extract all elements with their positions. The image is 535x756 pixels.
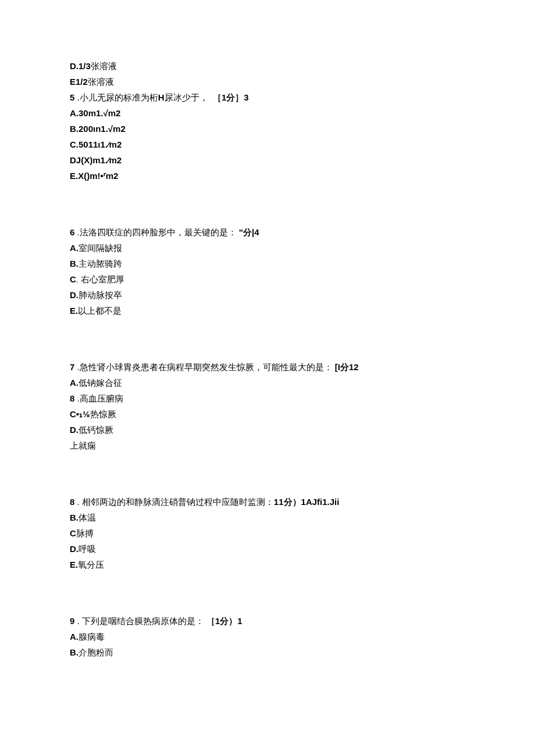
q5-dot: .: [74, 92, 79, 102]
q7-option-d: D.低钙惊厥: [70, 422, 465, 438]
q6-d-text: 肺动脉按卒: [79, 290, 122, 300]
q5-score: ［1分］3: [213, 92, 249, 102]
q8-score: 11分）1AJfi1.Jii: [274, 497, 340, 507]
spacer: [70, 184, 465, 224]
q7-d-text: 低钙惊厥: [79, 425, 113, 435]
q8-c-label: C: [70, 528, 76, 538]
q8-option-b: B.体温: [70, 510, 465, 525]
q8-option-e: E.氧分压: [70, 557, 465, 572]
spacer: [70, 453, 465, 494]
q6-e-label: E.: [70, 306, 78, 316]
q6-option-a: A.室间隔缺报: [70, 240, 465, 256]
q6-b-text: 主动脓骑跨: [79, 259, 122, 268]
q8-e-text: 氧分压: [78, 560, 104, 569]
q9-b-text: 介胞粉而: [79, 647, 113, 657]
q5-text-pre: 小儿无尿的标准为桁: [80, 92, 158, 102]
option-d-text: 张溶液: [91, 61, 117, 71]
q8-option-c: C脉搏: [70, 525, 465, 541]
q5-option-b: B.200ιn1.√m2: [70, 121, 465, 137]
option-e-label: E1/2: [70, 77, 88, 87]
q9-text: 下列是咽结合膜热病原体的是：: [80, 616, 204, 626]
option-e-text: 张溶液: [88, 77, 114, 87]
q7-c-label: C•₁⅛: [70, 409, 90, 419]
q7-option-b: 8 .高血压腑病: [70, 390, 465, 406]
q9-option-b: B.介胞粉而: [70, 644, 465, 660]
q6-text: 法洛四联症的四种脸形中，最关键的是：: [80, 227, 237, 237]
q5-option-a: A.30m1.√m2: [70, 105, 465, 121]
q7-e-text: 上就痫: [70, 440, 96, 450]
q8-d-text: 呼吸: [79, 544, 96, 554]
spacer: [70, 318, 465, 359]
q9-score: ［1分）1: [206, 616, 242, 626]
q5-option-d: DJ(X)m1.∕m2: [70, 152, 465, 168]
q6-d-label: D.: [70, 290, 79, 300]
option-d-label: D.1/3: [70, 61, 91, 71]
q6-dot: .: [74, 227, 79, 237]
q9-dot: .: [74, 616, 79, 626]
q9-a-text: 腺病毒: [79, 632, 105, 642]
q5-option-c: C.5011ι1.∕m2: [70, 137, 465, 152]
q6-score: "分|4: [239, 227, 259, 237]
q5-text-post: 尿冰少于，: [165, 92, 208, 102]
q9-option-a: A.腺病毒: [70, 629, 465, 644]
q7-option-c: C•₁⅛热惊厥: [70, 406, 465, 422]
q8-b-label: B.: [70, 513, 79, 522]
q7-d-label: D.: [70, 425, 79, 435]
q7-option-e: 上就痫: [70, 438, 465, 453]
q6-option-c: C. 右心室肥厚: [70, 271, 465, 287]
q7-score: [I分12: [335, 362, 359, 372]
q6-c-label: C: [70, 274, 76, 284]
q7-option-a: A.低钠嫁合征: [70, 375, 465, 390]
question-5-stem: 5 .小儿无尿的标准为桁H尿冰少于， ［1分］3: [70, 89, 465, 105]
option-e: E1/2张溶液: [70, 74, 465, 89]
q5-option-e: E.X()m!•ʳm2: [70, 168, 465, 184]
question-7-stem: 7 .急性肾小球胃炎患者在病程早期突然发生惊厥，可能性最大的是： [I分12: [70, 359, 465, 375]
q6-option-d: D.肺动脉按卒: [70, 287, 465, 303]
q7-b-dot: .: [74, 393, 79, 403]
q6-option-e: E.以上都不是: [70, 303, 465, 318]
question-8-stem: 8 . 相邻两边的和静脉滴注硝普钠过程中应随时监测：11分）1AJfi1.Jii: [70, 494, 465, 510]
q8-c-text: 脉搏: [76, 528, 94, 538]
q7-dot: .: [74, 362, 79, 372]
q8-e-label: E.: [70, 560, 78, 569]
q9-a-label: A.: [70, 632, 79, 642]
q6-e-text: 以上都不是: [78, 306, 122, 316]
spacer: [70, 572, 465, 613]
question-9-stem: 9 . 下列是咽结合膜热病原体的是： ［1分）1: [70, 613, 465, 629]
q8-option-d: D.呼吸: [70, 541, 465, 557]
q6-b-label: B.: [70, 259, 79, 268]
q6-a-text: 室间隔缺报: [79, 243, 122, 253]
q7-text: 急性肾小球胃炎患者在病程早期突然发生惊厥，可能性最大的是：: [80, 362, 333, 372]
question-6-stem: 6 .法洛四联症的四种脸形中，最关键的是： "分|4: [70, 224, 465, 240]
q9-b-label: B.: [70, 647, 79, 657]
option-d: D.1/3张溶液: [70, 58, 465, 74]
q8-dot: .: [74, 497, 79, 507]
q5-bold-mid: H: [158, 92, 165, 102]
q8-d-label: D.: [70, 544, 79, 554]
q6-c-text: . 右心室肥厚: [76, 274, 124, 284]
q6-option-b: B.主动脓骑跨: [70, 256, 465, 271]
q7-c-text: 热惊厥: [90, 409, 116, 419]
q6-a-label: A.: [70, 243, 79, 253]
q8-b-text: 体温: [79, 513, 96, 522]
q7-a-label: A.: [70, 378, 79, 388]
q8-text: 相邻两边的和静脉滴注硝普钠过程中应随时监测：: [80, 497, 274, 507]
q7-a-text: 低钠嫁合征: [79, 378, 122, 388]
q7-b-text: 高血压腑病: [80, 393, 123, 403]
